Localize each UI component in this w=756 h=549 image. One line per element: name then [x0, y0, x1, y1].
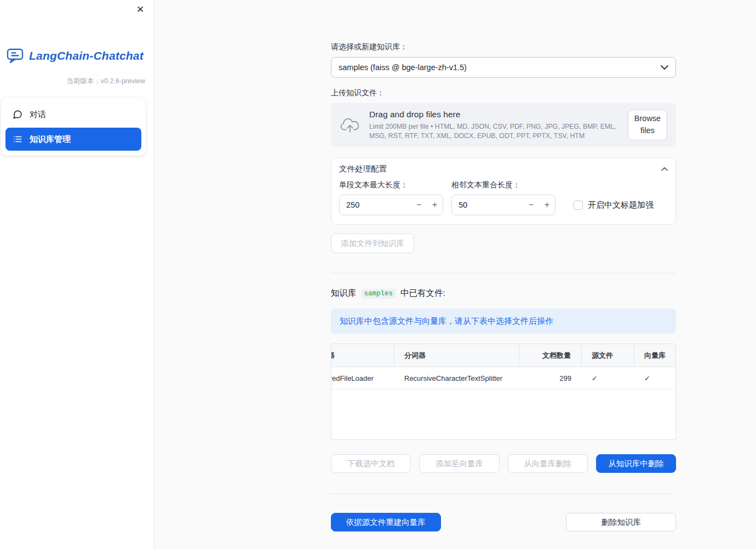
cell-source-checkmark: ✓: [582, 367, 634, 389]
chunk-size-input[interactable]: 250 − +: [339, 195, 443, 215]
column-header-doc-count[interactable]: 文档数量: [519, 344, 582, 367]
overlap-size-value: 50: [459, 201, 523, 209]
main-area: 请选择或新建知识库： samples (faiss @ bge-large-zh…: [153, 0, 756, 549]
cell-splitter: RecursiveCharacterTextSplitter: [394, 367, 519, 389]
file-config-expander: 文件处理配置 单段文本最大长度： 250 − +: [331, 158, 676, 225]
rebuild-vector-store-button[interactable]: 依据源文件重建向量库: [331, 513, 441, 531]
kb-selected-value: samples (faiss @ bge-large-zh-v1.5): [339, 63, 467, 72]
delete-from-kb-button[interactable]: 从知识库中删除: [596, 454, 676, 473]
chevron-down-icon: [661, 65, 668, 70]
column-header-source[interactable]: 源文件: [582, 344, 634, 367]
expander-title: 文件处理配置: [339, 164, 387, 174]
upload-cloud-icon: [340, 116, 360, 134]
dropzone-texts: Drag and drop files here Limit 200MB per…: [369, 110, 619, 140]
overlap-size-input[interactable]: 50 − +: [451, 195, 555, 215]
divider: [331, 494, 676, 494]
cell-vector-checkmark: ✓: [634, 367, 676, 389]
overlap-size-increment-button[interactable]: +: [539, 195, 555, 215]
delete-from-vector-store-button[interactable]: 从向量库删除: [508, 454, 588, 473]
column-header-loader[interactable]: 文档加载器: [331, 344, 394, 367]
info-banner: 知识库中包含源文件与向量库，请从下表中选择文件后操作: [331, 308, 676, 334]
list-icon: [13, 134, 22, 144]
download-selected-button[interactable]: 下载选中文档: [331, 454, 411, 473]
overlap-size-label: 相邻文本重合长度：: [451, 180, 555, 190]
dropzone-title: Drag and drop files here: [369, 110, 619, 119]
expander-body: 单段文本最大长度： 250 − + 相邻文本重合长度： 50 − +: [331, 179, 675, 224]
column-header-vector[interactable]: 向量库: [634, 344, 676, 367]
existing-files-line: 知识库 samples 中已有文件:: [331, 288, 676, 299]
browse-files-button[interactable]: Browse files: [628, 110, 667, 140]
sidebar: ✕ LangChain-Chatchat 当前版本：v0.2.6-preview: [0, 0, 153, 549]
cell-loader: UnstructuredFileLoader: [331, 367, 394, 389]
logo-text: LangChain-Chatchat: [29, 49, 144, 62]
expander-header[interactable]: 文件处理配置: [331, 158, 675, 179]
chat-bubble-icon: [13, 110, 22, 119]
chunk-size-label: 单段文本最大长度：: [339, 180, 443, 190]
sidebar-item-label: 对话: [30, 110, 46, 120]
overlap-size-decrement-button[interactable]: −: [523, 195, 539, 215]
overlap-size-field: 相邻文本重合长度： 50 − +: [451, 180, 555, 215]
sidebar-item-knowledge-base[interactable]: 知识库管理: [5, 128, 141, 151]
cell-doc-count: 299: [519, 367, 582, 389]
delete-kb-button[interactable]: 删除知识库: [566, 513, 676, 531]
close-sidebar-button[interactable]: ✕: [134, 3, 147, 16]
add-to-vector-store-button[interactable]: 添加至向量库: [419, 454, 499, 473]
kb-name-code: samples: [361, 289, 397, 299]
divider: [331, 273, 676, 273]
kb-action-buttons: 依据源文件重建向量库 删除知识库: [331, 513, 676, 531]
chunk-size-decrement-button[interactable]: −: [411, 195, 427, 215]
app-root: ✕ LangChain-Chatchat 当前版本：v0.2.6-preview: [0, 0, 756, 549]
file-dropzone[interactable]: Drag and drop files here Limit 200MB per…: [331, 103, 676, 147]
content-column: 请选择或新建知识库： samples (faiss @ bge-large-zh…: [331, 0, 676, 531]
chunk-size-value: 250: [346, 201, 411, 209]
app-logo: LangChain-Chatchat: [7, 48, 153, 64]
zh-title-checkbox[interactable]: [574, 201, 583, 210]
version-label: 当前版本：v0.2.6-preview: [0, 77, 153, 86]
zh-title-checkbox-label: 开启中文标题加强: [588, 200, 654, 210]
existing-files-prefix: 知识库: [331, 288, 357, 299]
sidebar-menu: 对话 知识库管理: [1, 98, 146, 156]
info-text: 知识库中包含源文件与向量库，请从下表中选择文件后操作: [340, 316, 553, 327]
files-table-scroll-content: 文档加载器 分词器 文档数量 源文件 向量库 UnstructuredFileL…: [331, 344, 676, 390]
files-table[interactable]: 文档加载器 分词器 文档数量 源文件 向量库 UnstructuredFileL…: [331, 344, 676, 440]
table-row[interactable]: UnstructuredFileLoader RecursiveCharacte…: [331, 367, 676, 390]
add-files-to-kb-button[interactable]: 添加文件到知识库: [331, 233, 414, 253]
upload-label: 上传知识文件：: [331, 88, 676, 98]
zh-title-checkbox-group[interactable]: 开启中文标题加强: [574, 195, 654, 215]
file-action-buttons: 下载选中文档 添加至向量库 从向量库删除 从知识库中删除: [331, 454, 676, 473]
sidebar-item-dialogue[interactable]: 对话: [5, 103, 141, 126]
chunk-size-increment-button[interactable]: +: [427, 195, 443, 215]
table-header-row: 文档加载器 分词器 文档数量 源文件 向量库: [331, 344, 676, 367]
kb-select-label: 请选择或新建知识库：: [331, 42, 676, 52]
existing-files-suffix: 中已有文件:: [400, 288, 445, 299]
sidebar-item-label: 知识库管理: [30, 134, 71, 145]
dropzone-limit: Limit 200MB per file • HTML, MD, JSON, C…: [369, 122, 619, 140]
chevron-up-icon: [661, 167, 668, 171]
logo-chat-icon: [7, 48, 24, 64]
column-header-splitter[interactable]: 分词器: [394, 344, 519, 367]
kb-selectbox[interactable]: samples (faiss @ bge-large-zh-v1.5): [331, 57, 676, 78]
chunk-size-field: 单段文本最大长度： 250 − +: [339, 180, 443, 215]
